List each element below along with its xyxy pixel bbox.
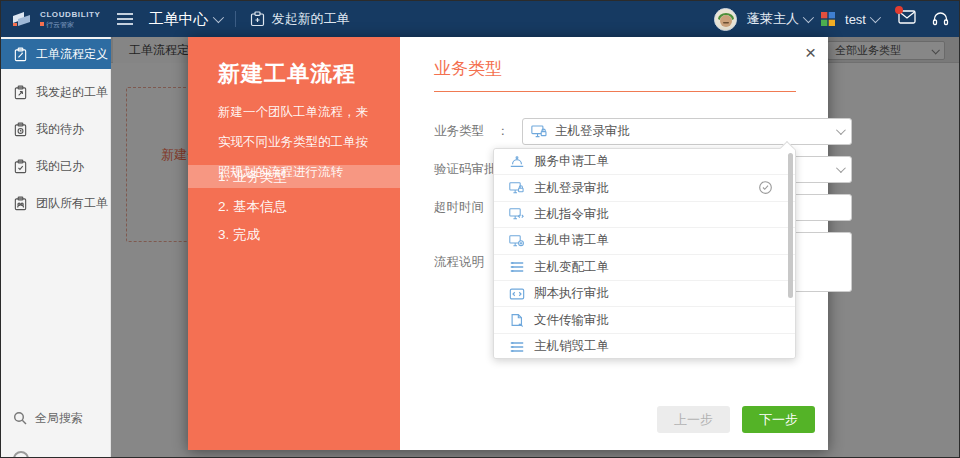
hamburger-menu-icon[interactable] — [116, 12, 134, 26]
sidebar-item-my-done[interactable]: 我的已办 — [1, 151, 111, 181]
clipboard-check-icon — [13, 159, 28, 174]
dropdown-option-host-login[interactable]: 主机登录审批 — [494, 175, 795, 201]
host-command-icon — [509, 207, 525, 221]
host-resize-icon — [509, 260, 525, 274]
sidebar-item-flow-definitions[interactable]: 工单流程定义 — [1, 39, 111, 69]
global-search-button[interactable]: 全局搜索 — [1, 405, 111, 431]
partial-icon — [13, 451, 29, 458]
dropdown-option-service-request[interactable]: 服务申请工单 — [494, 149, 795, 175]
host-destroy-icon — [509, 340, 525, 354]
clipboard-send-icon — [13, 85, 28, 100]
sidebar-item-my-todo[interactable]: 我的待办 — [1, 114, 111, 144]
host-apply-icon — [509, 234, 525, 248]
wizard-step-basic-info: 2. 基本信息 — [188, 195, 400, 218]
logo-title: CLOUDBILITY — [40, 11, 100, 19]
team-grid-icon — [821, 12, 835, 26]
dropdown-option-host-request[interactable]: 主机申请工单 — [494, 228, 795, 254]
chevron-down-icon — [803, 12, 814, 23]
sidebar-item-my-submitted[interactable]: 我发起的工单 — [1, 77, 111, 107]
dropdown-scrollbar[interactable] — [788, 153, 793, 298]
chevron-down-icon — [213, 12, 224, 23]
unread-badge — [895, 6, 903, 14]
close-icon[interactable]: × — [805, 43, 816, 62]
team-menu[interactable]: test — [845, 12, 878, 27]
next-step-button[interactable]: 下一步 — [742, 406, 815, 433]
logo-accent-dot — [40, 22, 44, 26]
script-exec-icon — [509, 287, 525, 301]
create-ticket-button[interactable]: 发起新的工单 — [250, 10, 349, 28]
business-type-dropdown: 服务申请工单 主机登录审批 主机指令审批 — [493, 148, 796, 359]
clipboard-clock-icon — [13, 122, 28, 137]
messages-button[interactable] — [898, 10, 916, 28]
chevron-down-icon — [836, 163, 846, 173]
user-menu[interactable]: 蓬莱主人 — [747, 10, 811, 28]
dropdown-option-script-exec[interactable]: 脚本执行审批 — [494, 281, 795, 307]
dropdown-option-host-command[interactable]: 主机指令审批 — [494, 202, 795, 228]
wizard-step-finish: 3. 完成 — [188, 223, 400, 246]
business-type-label: 业务类型 ： — [434, 123, 522, 140]
wizard-step-business-type: 1. 业务类型 — [188, 165, 400, 188]
file-transfer-icon — [509, 313, 525, 327]
top-navbar: CLOUDBILITY 行云管家 工单中心 发起新的工单 — [1, 1, 959, 37]
app-logo[interactable]: CLOUDBILITY 行云管家 — [11, 9, 100, 29]
prev-step-button[interactable]: 上一步 — [657, 406, 730, 433]
avatar-image — [715, 9, 737, 31]
chevron-down-icon — [836, 125, 846, 135]
dropdown-option-file-transfer[interactable]: 文件传输审批 — [494, 307, 795, 333]
clipboard-plus-icon — [250, 11, 265, 27]
sidebar: 工单流程定义 我发起的工单 我的待办 我的已办 团队所有工单 — [1, 37, 111, 457]
business-type-select[interactable]: 主机登录审批 — [522, 118, 852, 145]
headset-icon[interactable] — [932, 11, 949, 27]
wizard-title: 新建工单流程 — [218, 59, 356, 89]
logo-subtitle: 行云管家 — [46, 21, 74, 28]
chevron-down-icon — [870, 12, 881, 23]
panel-heading: 业务类型 — [434, 57, 502, 80]
heading-divider — [434, 91, 796, 92]
host-login-icon — [509, 181, 525, 195]
clipboard-team-icon — [13, 196, 28, 211]
sidebar-item-team-tickets[interactable]: 团队所有工单 — [1, 188, 111, 218]
search-icon — [13, 411, 27, 425]
navbar-divider — [235, 11, 236, 27]
wizard-side-panel: 新建工单流程 新建一个团队工单流程，来实现不同业务类型的工单按照规划的流程进行流… — [188, 37, 400, 450]
dropdown-option-host-destroy[interactable]: 主机销毁工单 — [494, 334, 795, 358]
service-bell-icon — [509, 155, 525, 169]
app-window: CLOUDBILITY 行云管家 工单中心 发起新的工单 — [0, 0, 960, 458]
app-switcher-ticket-center[interactable]: 工单中心 — [148, 10, 221, 29]
dropdown-option-host-resize[interactable]: 主机变配工单 — [494, 255, 795, 281]
host-login-icon — [531, 124, 548, 139]
user-avatar[interactable] — [714, 8, 737, 31]
logo-icon — [11, 9, 35, 29]
clipboard-edit-icon — [13, 47, 28, 62]
selected-check-icon — [758, 180, 773, 195]
business-type-value: 主机登录审批 — [555, 123, 630, 140]
